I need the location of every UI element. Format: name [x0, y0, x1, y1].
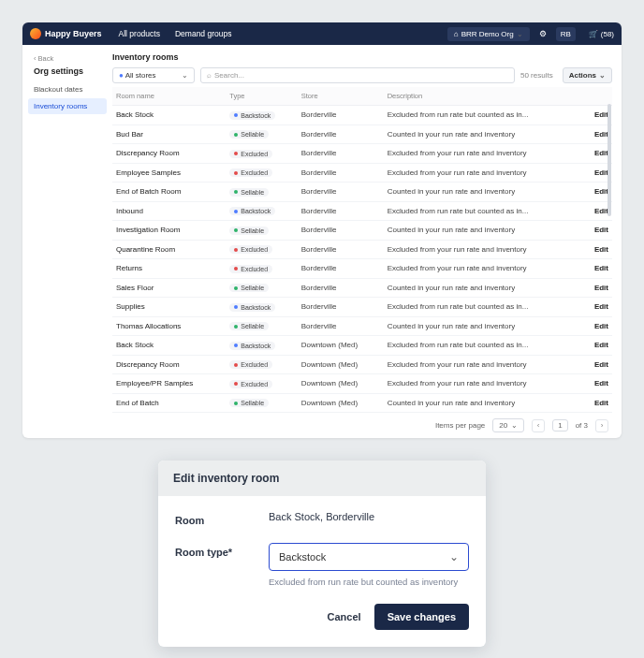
room-desc-cell: Excluded from run rate but counted as in…: [384, 298, 583, 317]
room-type-cell: Backstock: [226, 298, 297, 317]
items-per-page-select[interactable]: 20 ⌄: [492, 418, 524, 432]
table-row: Discrepancy RoomExcludedDowntown (Med)Ex…: [112, 355, 612, 374]
org-switcher[interactable]: ⌂ BRR Demo Org ⌄: [447, 27, 530, 41]
edit-link[interactable]: Edit: [594, 379, 608, 387]
edit-link[interactable]: Edit: [594, 149, 608, 157]
room-name-cell: Returns: [112, 259, 226, 279]
edit-link[interactable]: Edit: [594, 284, 608, 292]
page-current: 1: [552, 419, 567, 431]
room-name-cell: Discrepancy Room: [112, 355, 226, 374]
room-store-cell: Borderville: [298, 144, 384, 164]
edit-link[interactable]: Edit: [594, 399, 608, 407]
room-desc-cell: Excluded from your run rate and inventor…: [384, 240, 583, 259]
nav-all-products[interactable]: All products: [119, 29, 160, 38]
page-prev-button[interactable]: ‹: [532, 419, 545, 432]
edit-link[interactable]: Edit: [594, 130, 608, 139]
room-type-cell: Excluded: [226, 259, 297, 279]
room-type-cell: Sellable: [226, 316, 297, 336]
room-name-cell: Back Stock: [112, 106, 226, 125]
edit-link[interactable]: Edit: [594, 360, 608, 369]
scrollbar[interactable]: [607, 104, 611, 216]
edit-room-modal: Edit inventory room Room Back Stock, Bor…: [158, 461, 486, 647]
room-desc-cell: Counted in your run rate and inventory: [384, 278, 583, 298]
back-link[interactable]: ‹ Back: [28, 52, 107, 65]
cancel-button[interactable]: Cancel: [328, 611, 361, 622]
room-store-cell: Borderville: [298, 201, 384, 221]
room-desc-cell: Excluded from your run rate and inventor…: [384, 163, 583, 183]
room-type-select[interactable]: Backstock ⌄: [269, 543, 469, 571]
table-row: Back StockBackstockDowntown (Med)Exclude…: [112, 336, 612, 356]
room-desc-cell: Excluded from your run rate and inventor…: [384, 355, 583, 374]
room-desc-cell: Counted in your run rate and inventory: [384, 221, 583, 241]
room-name-cell: Sales Floor: [112, 278, 226, 298]
room-desc-cell: Excluded from run rate but counted as in…: [384, 106, 583, 125]
save-button[interactable]: Save changes: [374, 604, 469, 630]
table-row: Discrepancy RoomExcludedBordervilleExclu…: [112, 144, 612, 164]
chevron-down-icon: ⌄: [517, 30, 523, 38]
room-type-cell: Sellable: [226, 124, 297, 144]
topbar-right: ⌂ BRR Demo Org ⌄ ⚙ RB 🛒 (58): [447, 27, 614, 41]
table-row: Sales FloorSellableBordervilleCounted in…: [112, 278, 612, 298]
table-row: Employee/PR SamplesExcludedDowntown (Med…: [112, 374, 612, 394]
chevron-down-icon: ⌄: [449, 550, 459, 563]
brand[interactable]: Happy Buyers: [30, 28, 102, 39]
actions-button[interactable]: Actions ⌄: [563, 67, 612, 83]
chevron-down-icon: ⌄: [599, 71, 606, 80]
table-row: ReturnsExcludedBordervilleExcluded from …: [112, 259, 612, 279]
building-icon: ⌂: [454, 30, 459, 38]
table-row: End of Batch RoomSellableBordervilleCoun…: [112, 183, 612, 202]
edit-link[interactable]: Edit: [594, 207, 608, 215]
edit-link[interactable]: Edit: [594, 187, 608, 196]
room-type-cell: Sellable: [226, 393, 297, 413]
room-name-cell: Discrepancy Room: [112, 144, 226, 164]
cart-icon: 🛒: [589, 30, 598, 38]
toolbar: ● All stores ⌄ ⌕ Search... 50 results Ac…: [112, 67, 612, 83]
room-store-cell: Downtown (Med): [298, 355, 384, 374]
edit-link[interactable]: Edit: [594, 341, 608, 349]
edit-link[interactable]: Edit: [594, 264, 608, 272]
room-type-cell: Excluded: [226, 240, 297, 259]
org-name: BRR Demo Org: [461, 30, 514, 38]
room-name-cell: Thomas Allocations: [112, 316, 226, 336]
sidebar-item-blackout[interactable]: Blackout dates: [28, 81, 107, 97]
table-row: Employee SamplesExcludedBordervilleExclu…: [112, 163, 612, 183]
table-row: Back StockBackstockBordervilleExcluded f…: [112, 106, 612, 125]
nav-demand-groups[interactable]: Demand groups: [175, 29, 231, 38]
cart-button[interactable]: 🛒 (58): [583, 30, 614, 38]
room-type-cell: Backstock: [226, 336, 297, 356]
room-name-cell: Supplies: [112, 298, 226, 317]
rooms-table: Room nameTypeStoreDescription Back Stock…: [112, 87, 612, 413]
room-type-cell: Excluded: [226, 163, 297, 183]
search-input[interactable]: ⌕ Search...: [200, 67, 515, 83]
main-panel: Inventory rooms ● All stores ⌄ ⌕ Search.…: [107, 45, 622, 438]
room-store-cell: Borderville: [298, 259, 384, 279]
room-type-cell: Sellable: [226, 183, 297, 202]
page-next-button[interactable]: ›: [595, 419, 608, 432]
edit-link[interactable]: Edit: [594, 322, 608, 330]
table-row: Thomas AllocationsSellableBordervilleCou…: [112, 316, 612, 336]
edit-link[interactable]: Edit: [594, 302, 608, 311]
edit-link[interactable]: Edit: [594, 110, 608, 119]
edit-link[interactable]: Edit: [594, 245, 608, 254]
room-name-cell: Employee Samples: [112, 163, 226, 183]
topbar: Happy Buyers All products Demand groups …: [22, 22, 622, 45]
table-row: Quarantine RoomExcludedBordervilleExclud…: [112, 240, 612, 259]
room-type-cell: Excluded: [226, 355, 297, 374]
room-store-cell: Borderville: [298, 124, 384, 144]
room-desc-cell: Excluded from your run rate and inventor…: [384, 144, 583, 164]
edit-link[interactable]: Edit: [594, 168, 608, 177]
room-store-cell: Borderville: [298, 240, 384, 259]
gear-icon[interactable]: ⚙: [537, 28, 549, 39]
column-header: [583, 87, 612, 106]
room-name-cell: Quarantine Room: [112, 240, 226, 259]
pagination: Items per page 20 ⌄ ‹ 1 of 3 ›: [112, 413, 612, 438]
room-label: Room: [175, 511, 269, 526]
edit-link[interactable]: Edit: [594, 226, 608, 234]
room-type-label: Room type*: [175, 543, 269, 587]
store-filter[interactable]: ● All stores ⌄: [112, 67, 195, 83]
table-row: End of BatchSellableDowntown (Med)Counte…: [112, 393, 612, 413]
room-desc-cell: Counted in your run rate and inventory: [384, 124, 583, 144]
user-avatar[interactable]: RB: [556, 27, 576, 41]
sidebar-item-inventory[interactable]: Inventory rooms: [28, 98, 107, 114]
room-store-cell: Borderville: [298, 221, 384, 241]
